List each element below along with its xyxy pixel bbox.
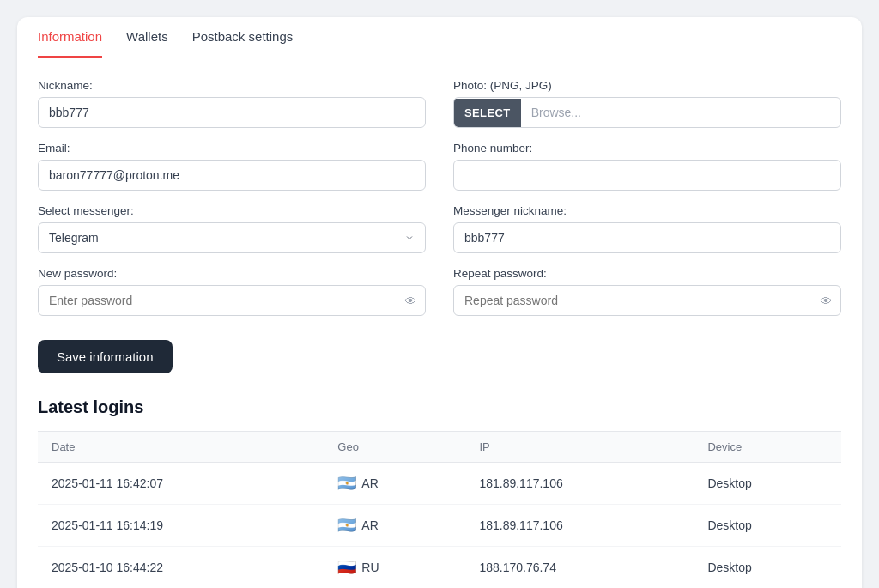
photo-group: Photo: (PNG, JPG) SELECT Browse... bbox=[453, 79, 841, 128]
tab-wallets[interactable]: Wallets bbox=[126, 17, 168, 58]
cell-device: Desktop bbox=[694, 505, 841, 547]
table-row: 2025-01-11 16:42:07🇦🇷AR181.89.117.106Des… bbox=[38, 463, 841, 505]
nickname-group: Nickname: bbox=[38, 79, 426, 128]
flag-icon: 🇦🇷 bbox=[337, 474, 356, 493]
phone-label: Phone number: bbox=[453, 142, 841, 155]
col-date: Date bbox=[38, 432, 324, 463]
cell-date: 2025-01-10 16:44:22 bbox=[38, 547, 324, 589]
logins-table-header: Date Geo IP Device bbox=[38, 432, 841, 463]
right-column: Photo: (PNG, JPG) SELECT Browse... Phone… bbox=[453, 79, 841, 330]
form-content: Nickname: Email: Select messenger: Teleg… bbox=[17, 58, 862, 588]
cell-device: Desktop bbox=[694, 547, 841, 589]
cell-ip: 181.89.117.106 bbox=[465, 505, 694, 547]
email-input[interactable] bbox=[38, 160, 426, 191]
col-device: Device bbox=[694, 432, 841, 463]
latest-logins-title: Latest logins bbox=[38, 397, 841, 417]
messenger-group: Select messenger: Telegram WhatsApp Vibe… bbox=[38, 204, 426, 253]
form-grid: Nickname: Email: Select messenger: Teleg… bbox=[38, 79, 841, 330]
cell-geo: 🇷🇺RU bbox=[324, 547, 465, 589]
flag-icon: 🇷🇺 bbox=[337, 558, 356, 577]
messenger-nick-label: Messenger nickname: bbox=[453, 204, 841, 217]
new-password-group: New password: 👁 bbox=[38, 267, 426, 316]
new-password-eye-icon[interactable]: 👁 bbox=[404, 294, 417, 308]
cell-ip: 188.170.76.74 bbox=[465, 547, 694, 589]
phone-group: Phone number: bbox=[453, 142, 841, 191]
photo-label: Photo: (PNG, JPG) bbox=[453, 79, 841, 92]
geo-code: AR bbox=[361, 518, 378, 532]
tab-postback-settings[interactable]: Postback settings bbox=[192, 17, 294, 58]
nickname-label: Nickname: bbox=[38, 79, 426, 92]
col-ip: IP bbox=[465, 432, 694, 463]
tab-information[interactable]: Information bbox=[38, 17, 102, 58]
flag-icon: 🇦🇷 bbox=[337, 516, 356, 535]
repeat-password-eye-icon[interactable]: 👁 bbox=[820, 294, 833, 308]
col-geo: Geo bbox=[324, 432, 465, 463]
messenger-nick-group: Messenger nickname: bbox=[453, 204, 841, 253]
new-password-label: New password: bbox=[38, 267, 426, 280]
cell-date: 2025-01-11 16:14:19 bbox=[38, 505, 324, 547]
messenger-label: Select messenger: bbox=[38, 204, 426, 217]
email-group: Email: bbox=[38, 142, 426, 191]
repeat-password-label: Repeat password: bbox=[453, 267, 841, 280]
tabs-nav: Information Wallets Postback settings bbox=[17, 17, 862, 58]
cell-device: Desktop bbox=[694, 463, 841, 505]
save-information-button[interactable]: Save information bbox=[38, 340, 173, 373]
new-password-wrapper: 👁 bbox=[38, 285, 426, 316]
left-column: Nickname: Email: Select messenger: Teleg… bbox=[38, 79, 426, 330]
repeat-password-wrapper: 👁 bbox=[453, 285, 841, 316]
messenger-select[interactable]: Telegram WhatsApp Viber Discord bbox=[38, 222, 426, 253]
photo-browse-text: Browse... bbox=[521, 98, 840, 127]
cell-date: 2025-01-11 16:42:07 bbox=[38, 463, 324, 505]
nickname-input[interactable] bbox=[38, 97, 426, 128]
cell-geo: 🇦🇷AR bbox=[324, 505, 465, 547]
cell-ip: 181.89.117.106 bbox=[465, 463, 694, 505]
phone-input[interactable] bbox=[453, 160, 841, 191]
geo-code: RU bbox=[361, 561, 379, 574]
messenger-nick-input[interactable] bbox=[453, 222, 841, 253]
logins-table-body: 2025-01-11 16:42:07🇦🇷AR181.89.117.106Des… bbox=[38, 463, 841, 589]
email-label: Email: bbox=[38, 142, 426, 155]
repeat-password-group: Repeat password: 👁 bbox=[453, 267, 841, 316]
repeat-password-input[interactable] bbox=[453, 285, 841, 316]
photo-input-wrapper: SELECT Browse... bbox=[453, 97, 841, 128]
cell-geo: 🇦🇷AR bbox=[324, 463, 465, 505]
new-password-input[interactable] bbox=[38, 285, 426, 316]
geo-code: AR bbox=[361, 476, 378, 490]
photo-select-button[interactable]: SELECT bbox=[454, 99, 521, 127]
table-row: 2025-01-11 16:14:19🇦🇷AR181.89.117.106Des… bbox=[38, 505, 841, 547]
table-row: 2025-01-10 16:44:22🇷🇺RU188.170.76.74Desk… bbox=[38, 547, 841, 589]
logins-table: Date Geo IP Device 2025-01-11 16:42:07🇦🇷… bbox=[38, 431, 841, 588]
main-card: Information Wallets Postback settings Ni… bbox=[17, 17, 862, 588]
